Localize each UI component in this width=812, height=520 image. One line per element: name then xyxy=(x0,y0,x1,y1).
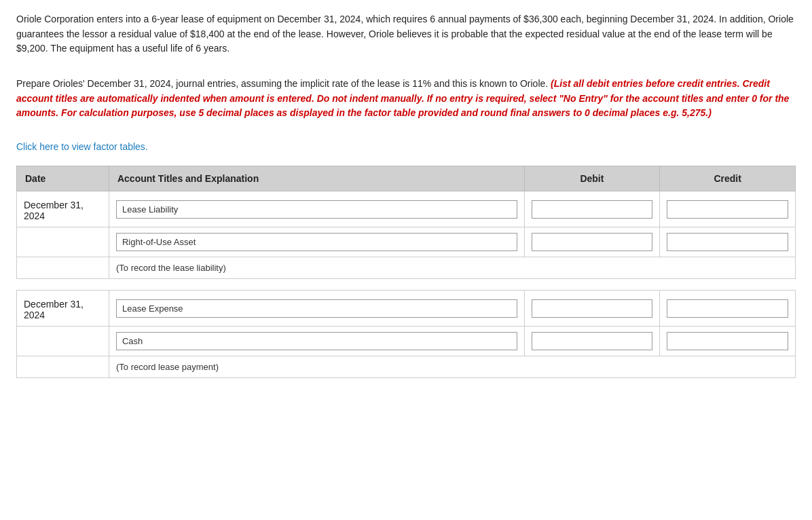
header-date: Date xyxy=(17,166,109,191)
header-account: Account Titles and Explanation xyxy=(109,166,524,191)
entry1-row1-debit-cell xyxy=(524,191,660,227)
table-row: December 31,2024 xyxy=(17,191,796,227)
entry1-row2-account-input[interactable] xyxy=(116,233,517,251)
instructions-intro: Prepare Orioles' December 31, 2024, jour… xyxy=(16,77,796,121)
entry2-row1-account-cell xyxy=(109,291,524,327)
entry2-row2-credit-input[interactable] xyxy=(667,332,788,350)
entry1-row1-debit-input[interactable] xyxy=(532,200,653,219)
entry2-note: (To record lease payment) xyxy=(109,356,795,378)
entry1-row1-account-input[interactable] xyxy=(116,200,517,219)
entry1-row2-date-empty xyxy=(17,227,109,257)
spacer-row xyxy=(17,279,796,291)
entry2-row2-credit-cell xyxy=(660,327,796,356)
entry2-date: December 31,2024 xyxy=(17,291,109,327)
header-debit: Debit xyxy=(524,166,660,191)
problem-text: Oriole Corporation enters into a 6-year … xyxy=(16,12,796,56)
table-row xyxy=(17,327,796,356)
factor-tables-link[interactable]: Click here to view factor tables. xyxy=(16,141,796,152)
entry2-row1-account-input[interactable] xyxy=(116,299,517,318)
journal-table: Date Account Titles and Explanation Debi… xyxy=(16,166,796,378)
entry2-row2-debit-cell xyxy=(524,327,660,356)
entry2-row2-debit-input[interactable] xyxy=(532,332,653,350)
table-row: December 31,2024 xyxy=(17,291,796,327)
entry2-row2-account-input[interactable] xyxy=(116,332,517,350)
entry1-row1-account-cell xyxy=(109,191,524,227)
table-row xyxy=(17,227,796,257)
entry1-note-row: (To record the lease liability) xyxy=(17,257,796,279)
header-credit: Credit xyxy=(660,166,796,191)
entry2-row1-debit-input[interactable] xyxy=(532,299,653,318)
entry1-date: December 31,2024 xyxy=(17,191,109,227)
entry1-row2-debit-cell xyxy=(524,227,660,257)
entry2-note-row: (To record lease payment) xyxy=(17,356,796,378)
entry1-row1-credit-input[interactable] xyxy=(667,200,788,219)
entry2-row1-debit-cell xyxy=(524,291,660,327)
entry2-row2-account-cell xyxy=(109,327,524,356)
entry2-row1-credit-cell xyxy=(660,291,796,327)
entry1-row2-credit-input[interactable] xyxy=(667,233,788,251)
table-header-row: Date Account Titles and Explanation Debi… xyxy=(17,166,796,191)
entry1-note: (To record the lease liability) xyxy=(109,257,795,279)
entry2-row1-credit-input[interactable] xyxy=(667,299,788,318)
entry1-note-date-empty xyxy=(17,257,109,279)
entry1-row2-account-cell xyxy=(109,227,524,257)
spacer xyxy=(17,279,796,291)
instructions-intro-text: Prepare Orioles' December 31, 2024, jour… xyxy=(16,78,551,89)
entry1-row2-credit-cell xyxy=(660,227,796,257)
entry1-row2-debit-input[interactable] xyxy=(532,233,653,251)
entry2-note-date-empty xyxy=(17,356,109,378)
entry2-row2-date-empty xyxy=(17,327,109,356)
entry1-row1-credit-cell xyxy=(660,191,796,227)
